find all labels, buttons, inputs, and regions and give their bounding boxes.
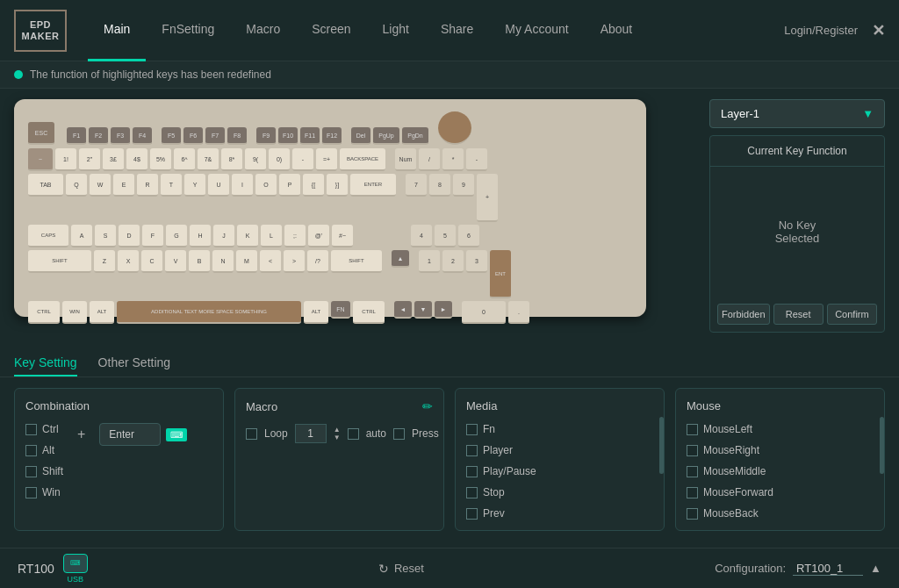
key-semi[interactable]: ;: [284, 225, 306, 247]
key-g[interactable]: G [166, 225, 187, 247]
key-alt-r[interactable]: ALT [304, 301, 328, 324]
key-i[interactable]: I [232, 174, 253, 197]
key-q[interactable]: Q [66, 174, 87, 197]
nav-item-macro[interactable]: Macro [230, 0, 296, 61]
key-hash[interactable]: #~ [332, 225, 353, 247]
key-f5[interactable]: F5 [162, 127, 181, 145]
key-f4[interactable]: F4 [133, 127, 152, 145]
key-dial[interactable] [438, 111, 471, 145]
key-del[interactable]: Del [351, 127, 370, 145]
media-scrollbar-thumb[interactable] [659, 417, 664, 473]
key-f7[interactable]: F7 [205, 127, 225, 145]
key-n[interactable]: N [212, 250, 234, 273]
key-np-mul[interactable]: * [442, 148, 464, 171]
nav-item-light[interactable]: Light [367, 0, 425, 61]
key-3[interactable]: 3£ [103, 148, 124, 171]
key-shift-l[interactable]: SHIFT [28, 250, 91, 273]
loop-value-input[interactable] [295, 424, 327, 443]
key-enter[interactable]: ENTER [350, 174, 396, 197]
key-np-plus[interactable]: + [477, 174, 498, 222]
key-quote[interactable]: @' [308, 225, 329, 247]
key-9[interactable]: 9( [245, 148, 266, 171]
checkbox-mouse-back[interactable] [687, 508, 698, 520]
nav-item-myaccount[interactable]: My Account [489, 0, 584, 61]
key-win[interactable]: WIN [62, 301, 87, 324]
key-b[interactable]: B [189, 250, 210, 273]
key-slash[interactable]: /? [307, 250, 328, 273]
config-arrow-icon[interactable]: ▲ [870, 562, 881, 575]
key-gt[interactable]: > [284, 250, 305, 273]
key-s[interactable]: S [95, 225, 116, 247]
key-c[interactable]: C [141, 250, 162, 273]
key-d[interactable]: D [119, 225, 140, 247]
key-o[interactable]: O [255, 174, 277, 197]
checkbox-win[interactable] [25, 487, 37, 498]
key-f8[interactable]: F8 [227, 127, 247, 145]
loop-stepper[interactable]: ▲ ▼ [334, 426, 341, 441]
key-4[interactable]: 4$ [126, 148, 147, 171]
checkbox-player[interactable] [466, 445, 478, 456]
key-y[interactable]: Y [184, 174, 205, 197]
checkbox-ctrl[interactable] [25, 424, 37, 435]
key-m[interactable]: M [236, 250, 257, 273]
key-shift-r[interactable]: SHIFT [331, 250, 382, 273]
key-l[interactable]: L [261, 225, 282, 247]
key-backspace[interactable]: BACKSPACE [340, 148, 385, 171]
key-h[interactable]: H [190, 225, 211, 247]
key-2[interactable]: 2" [79, 148, 100, 171]
key-np-0[interactable]: 0 [462, 301, 506, 324]
key-1[interactable]: 1! [55, 148, 76, 171]
checkbox-mouse-left[interactable] [687, 424, 698, 435]
checkbox-fn[interactable] [466, 424, 478, 435]
key-np-4[interactable]: 4 [411, 225, 432, 247]
loop-checkbox[interactable] [246, 428, 257, 440]
key-k[interactable]: K [237, 225, 258, 247]
key-fn[interactable]: FN [331, 301, 350, 319]
key-arr-left[interactable]: ◄ [394, 301, 412, 319]
key-f10[interactable]: F10 [278, 127, 298, 145]
key-num[interactable]: Num [395, 148, 416, 171]
nav-item-about[interactable]: About [585, 0, 649, 61]
key-x[interactable]: X [118, 250, 139, 273]
key-pgup[interactable]: PgUp [373, 127, 399, 145]
key-minus[interactable]: - [292, 148, 313, 171]
checkbox-mouse-middle[interactable] [687, 466, 698, 477]
key-np-div[interactable]: / [419, 148, 440, 171]
checkbox-prev[interactable] [466, 508, 478, 520]
key-t[interactable]: T [161, 174, 182, 197]
macro-edit-icon[interactable]: ✏ [422, 399, 433, 413]
key-r[interactable]: R [137, 174, 158, 197]
key-np-minus[interactable]: - [466, 148, 487, 171]
key-f[interactable]: F [142, 225, 163, 247]
key-np-1[interactable]: 1 [419, 250, 440, 273]
checkbox-shift[interactable] [25, 466, 37, 477]
key-np-9[interactable]: 9 [453, 174, 474, 197]
checkbox-stop[interactable] [466, 487, 478, 498]
key-pgdn[interactable]: PgDn [402, 127, 428, 145]
key-w[interactable]: W [90, 174, 111, 197]
key-arr-down[interactable]: ▼ [414, 301, 432, 319]
status-center[interactable]: ↻ Reset [378, 562, 424, 576]
key-5[interactable]: 5% [150, 148, 171, 171]
checkbox-playpause[interactable] [466, 466, 478, 477]
confirm-button[interactable]: Confirm [827, 304, 877, 325]
key-tab[interactable]: TAB [28, 174, 63, 197]
key-f3[interactable]: F3 [111, 127, 130, 145]
key-u[interactable]: U [208, 174, 229, 197]
reset-button[interactable]: Reset [773, 304, 823, 325]
key-f2[interactable]: F2 [89, 127, 108, 145]
nav-item-share[interactable]: Share [425, 0, 489, 61]
key-z[interactable]: Z [94, 250, 115, 273]
key-lt[interactable]: < [260, 250, 281, 273]
key-ctrl-r[interactable]: CTRL [353, 301, 385, 324]
nav-item-screen[interactable]: Screen [296, 0, 366, 61]
key-np-6[interactable]: 6 [458, 225, 479, 247]
key-8[interactable]: 8* [221, 148, 242, 171]
key-rbracket[interactable]: }] [327, 174, 348, 197]
key-tilde[interactable]: ~ [28, 148, 53, 171]
key-lbracket[interactable]: {[ [303, 174, 324, 197]
key-np-5[interactable]: 5 [435, 225, 456, 247]
key-np-dot[interactable]: . [508, 301, 529, 324]
press-checkbox[interactable] [393, 428, 405, 440]
checkbox-alt[interactable] [25, 445, 37, 456]
